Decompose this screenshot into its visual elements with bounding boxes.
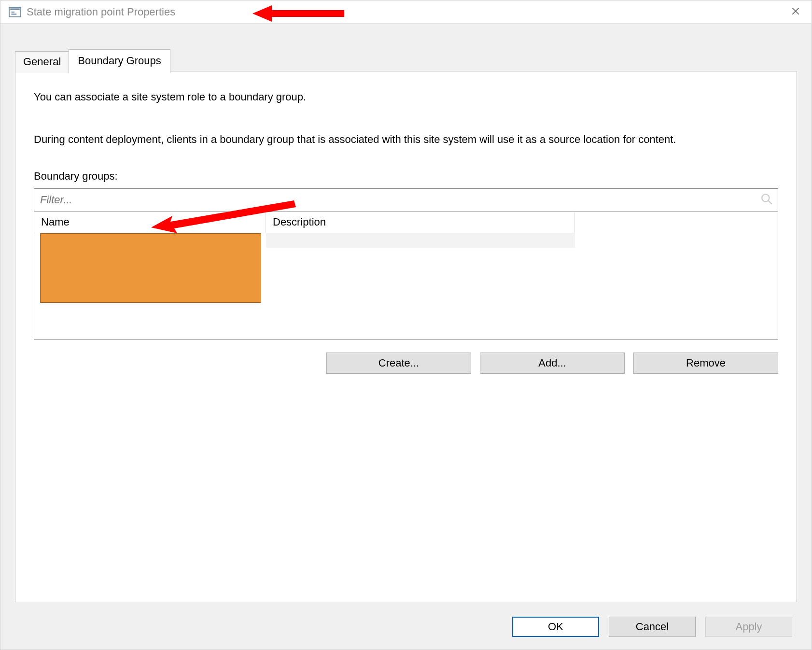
redacted-cell xyxy=(40,233,261,303)
tabstrip: General Boundary Groups xyxy=(15,49,170,73)
filter-input[interactable] xyxy=(40,194,760,206)
remove-button[interactable]: Remove xyxy=(633,353,778,374)
svg-marker-6 xyxy=(252,5,344,22)
grid-body[interactable] xyxy=(34,233,778,339)
titlebar: State migration point Properties xyxy=(0,0,812,24)
grid-header: Name Description xyxy=(34,212,778,233)
window-title: State migration point Properties xyxy=(27,6,175,18)
close-button[interactable] xyxy=(784,4,807,20)
svg-rect-1 xyxy=(10,8,20,10)
apply-button: Apply xyxy=(705,617,792,637)
boundary-groups-label: Boundary groups: xyxy=(34,170,778,183)
app-icon xyxy=(8,5,22,19)
close-icon xyxy=(791,7,800,17)
tab-general[interactable]: General xyxy=(15,51,69,73)
intro-text-1: You can associate a site system role to … xyxy=(34,91,778,103)
dialog-footer-buttons: OK Cancel Apply xyxy=(512,617,792,637)
svg-line-8 xyxy=(768,200,772,204)
tab-boundary-groups[interactable]: Boundary Groups xyxy=(69,49,170,73)
cancel-button[interactable]: Cancel xyxy=(609,617,696,637)
client-area: General Boundary Groups You can associat… xyxy=(0,24,812,650)
list-action-buttons: Create... Add... Remove xyxy=(34,353,778,374)
svg-marker-9 xyxy=(151,200,296,233)
annotation-arrow xyxy=(151,200,296,234)
intro-text-2: During content deployment, clients in a … xyxy=(34,132,778,147)
column-header-description[interactable]: Description xyxy=(266,212,575,233)
filter-row xyxy=(34,189,778,212)
dialog-window: State migration point Properties General… xyxy=(0,0,812,650)
table-row[interactable] xyxy=(266,233,575,248)
create-button[interactable]: Create... xyxy=(326,353,471,374)
svg-point-7 xyxy=(762,194,769,201)
tab-panel-boundary-groups: You can associate a site system role to … xyxy=(15,71,797,602)
boundary-groups-list: Name Description xyxy=(34,188,778,340)
search-icon[interactable] xyxy=(760,193,773,207)
grid: Name Description xyxy=(34,212,778,339)
add-button[interactable]: Add... xyxy=(480,353,625,374)
ok-button[interactable]: OK xyxy=(512,617,599,637)
annotation-arrow xyxy=(252,4,344,23)
svg-rect-3 xyxy=(11,14,16,14)
svg-rect-2 xyxy=(11,11,14,12)
